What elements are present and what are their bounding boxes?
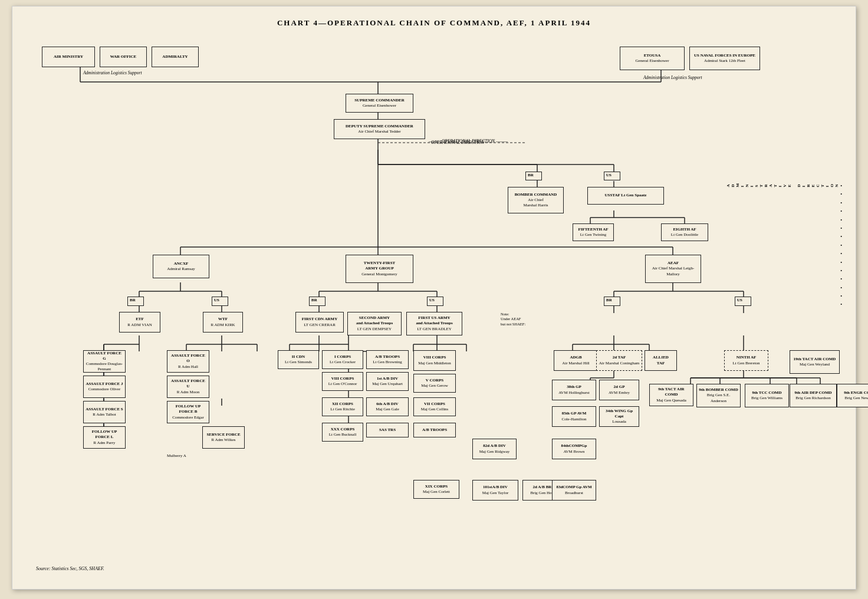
fifteenth-af-box: FIFTEENTH AF Lt Gen Twining: [573, 223, 614, 241]
sas-trs-box: SAS TRS: [366, 423, 409, 437]
page: Chart 4—Operational Chain of Command, AE…: [12, 6, 856, 590]
admin-direction-label: ADMINISTRATIVEDIRECTION: [726, 182, 839, 187]
i-corps-box: I CORPS Lt Gen Crocker: [322, 350, 363, 369]
34th-wing-box: 34th WING Gp Capt Lousada: [599, 406, 639, 427]
9th-engr-box: 9th ENGR COMD Brig Gen Newman: [837, 384, 868, 407]
82d-ab-div-box: 82d A/B DIV Maj Gen Ridgway: [472, 439, 517, 459]
xix-corps-box: XIX CORPS Maj Gen Corlett: [413, 480, 459, 499]
2d-taf-box: 2d TAF Air Marshal Coningham: [596, 350, 642, 371]
ii-cdn-box: II CDN Lt Gen Simonds: [278, 350, 319, 369]
allied-taf-box: ALLIED TAF: [645, 350, 677, 371]
ab-troops-us-box: A/B TROOPS: [413, 423, 456, 437]
oper-dir-label: ——— OPERATIONAL DIRECTION ———: [429, 139, 508, 144]
admin-logistics-left: Administration Logistics Support: [83, 70, 142, 75]
vii-corps-box: VII CORPS Maj Gen Collins: [413, 397, 456, 416]
eighth-af-box: EIGHTH AF Lt Gen Doolittle: [661, 223, 708, 241]
ab-troops-br-box: A/B TROOPS Lt Gen Browning: [366, 350, 409, 369]
right-dots: •••••••••••••••: [840, 182, 842, 310]
us-badge-ancxf: US: [212, 297, 228, 306]
supreme-commander-box: SUPREME COMMANDER General Eisenhower: [346, 94, 413, 113]
v-corps-box: V CORPS Maj Gen Gerow: [413, 374, 456, 393]
admiralty-box: ADMIRALTY: [152, 47, 199, 67]
us-naval-box: US NAVAL FORCES IN EUROPE Admiral Stark …: [689, 47, 760, 70]
deputy-commander-box: DEPUTY SUPREME COMMANDER Air Chief Marsh…: [334, 119, 425, 139]
9th-tcc-box: 9th TCC COMD Brig Gen Williams: [745, 384, 789, 407]
followup-b-box: FOLLOW UP FORCE B Commodore Edgar: [167, 401, 209, 423]
83d-comp-box: 83dCOMP Gp AVM Broadhurst: [552, 480, 596, 501]
ancxf-box: ANCXF Admiral Ramsay: [153, 255, 209, 278]
etf-box: ETF R ADM VIAN: [119, 312, 160, 333]
viii-corps-br-box: VIII CORPS Lt Gen O'Connor: [322, 372, 363, 391]
xii-corps-box: XII CORPS Lt Gen Ritchie: [322, 397, 363, 416]
bomber-command-box: BOMBER COMMAND Air Chief Marshal Harris: [508, 187, 564, 213]
9th-air-dep-box: 9th AIR DEP COMD Brig Gen Richardson: [790, 384, 837, 407]
85th-gp-box: 85th GP AVM Cole-Hamilton: [552, 406, 596, 427]
assault-g-box: ASSAULT FORCE G Commodore Douglas-Pennan…: [83, 350, 126, 373]
wtf-box: WTF R ADM KIRK: [203, 312, 243, 333]
viii-corps-us-box: VIII CORPS Maj Gen Middleton: [413, 350, 456, 371]
us-badge-top: US: [604, 172, 620, 180]
6th-ab-div-box: 6th A/B DIV Maj Gen Gale: [366, 397, 409, 416]
first-cdn-box: FIRST CDN ARMY LT GEN CRERAR: [295, 312, 344, 333]
aeaf-box: AEAF Air Chief Marshal Leigh-Mallory: [645, 255, 701, 283]
adgb-box: ADGB Air Marshal Hill: [554, 350, 598, 371]
mulberry-label: Mulberry A: [167, 453, 186, 458]
us-badge-aeaf: US: [735, 297, 751, 306]
page-title: Chart 4—Operational Chain of Command, AE…: [24, 18, 844, 28]
assault-u-box: ASSAULT FORCE U R Adm Moon: [167, 376, 209, 398]
chart-container: AIR MINISTRY WAR OFFICE ADMIRALTY Admini…: [24, 35, 844, 577]
38th-gp-box: 38th GP AVM Hollinghurst: [552, 380, 596, 400]
assault-s-box: ASSAULT FORCE S R Adm Talbot: [83, 401, 126, 423]
assault-j-box: ASSAULT FORCE J Commodore Oliver: [83, 376, 126, 398]
second-army-box: SECOND ARMY and Attached Troops LT GEN D…: [347, 312, 402, 335]
note-box: Note:Under AEAFbut not SHAEF:: [501, 312, 551, 333]
admin-logistics-right: Administration Logistics Support: [643, 75, 702, 80]
etousa-box: ETOUSA General Eisenhower: [620, 47, 685, 70]
br-badge-21st: BR: [309, 297, 326, 306]
air-ministry-box: AIR MINISTRY: [42, 47, 95, 67]
usstaf-box: USSTAF Lt Gen Spaatz: [587, 187, 664, 205]
ninth-af-box: NINTH AF Lt Gen Brereton: [724, 350, 768, 371]
101st-ab-div-box: 101stA/B DIV Maj Gen Taylor: [472, 480, 518, 501]
19th-tact-box: 19th TACT AIR COMD Maj Gen Weyland: [790, 350, 840, 374]
followup-l-box: FOLLOW UP FORCE L R Adm Parry: [83, 426, 126, 449]
9th-bomber-box: 9th BOMBER COMD Brig Gen S.E. Anderson: [696, 384, 741, 407]
84th-comp-box: 84thCOMPGp AVM Brown: [552, 439, 596, 459]
1st-ab-div-box: 1st A/B DIV Maj Gen Urquhart: [366, 372, 409, 391]
source-text: Source: Statistics Sec, SGS, SHAEF.: [36, 566, 104, 571]
9th-tact-box: 9th TACT AIR COMD Maj Gen Quesada: [649, 384, 693, 406]
war-office-box: WAR OFFICE: [100, 47, 147, 67]
xxx-corps-box: XXX CORPS Lt Gen Bucknall: [322, 423, 363, 442]
2d-gp-box: 2d GP AVM Embry: [599, 380, 639, 400]
twenty-first-box: TWENTY-FIRST ARMY GROUP General Montgome…: [346, 255, 413, 283]
assault-o-box: ASSAULT FORCE O R Adm Hall: [167, 350, 209, 373]
br-badge-aeaf: BR: [604, 297, 620, 306]
service-force-box: SERVICE FORCE R Adm Wilkes: [202, 426, 245, 449]
first-us-box: FIRST US ARMY and Attached Troops LT GEN…: [406, 312, 462, 335]
us-badge-21st: US: [427, 297, 443, 306]
br-badge-top: BR: [525, 172, 542, 180]
br-badge-ancxf: BR: [127, 297, 144, 306]
